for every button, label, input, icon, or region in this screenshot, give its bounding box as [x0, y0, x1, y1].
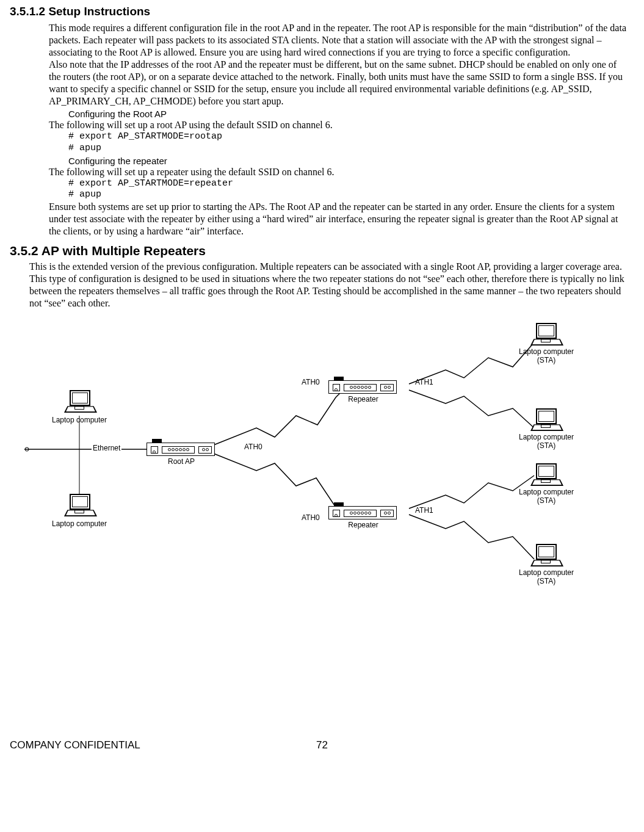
paragraph: This mode requires a different configura… — [49, 22, 628, 59]
repeater-icon — [328, 380, 397, 394]
ethernet-label: Ethernet — [92, 444, 121, 452]
paragraph: Ensure both systems are set up prior to … — [49, 201, 628, 237]
ath1-label: ATH1 — [415, 506, 433, 515]
code-block: # export AP_STARTMODE=rootap # apup — [68, 131, 634, 154]
paragraph: The following will set up a repeater usi… — [49, 166, 628, 178]
laptop-icon — [532, 544, 559, 567]
laptop-icon — [532, 463, 559, 487]
laptop-label: Laptop computer — [49, 519, 110, 528]
laptop-label: Laptop computer — [49, 416, 110, 424]
laptop-sta-label: Laptop computer (STA) — [513, 433, 580, 450]
page-footer: COMPANY CONFIDENTIAL 72 — [10, 739, 634, 751]
heading-multiple-repeaters: 3.5.2 AP with Multiple Repeaters — [10, 244, 634, 258]
page-number: 72 — [218, 739, 426, 751]
laptop-icon — [532, 323, 559, 346]
code-block: # export AP_STARTMODE=repeater # apup — [68, 178, 634, 201]
footer-confidential: COMPANY CONFIDENTIAL — [10, 739, 218, 751]
root-ap-label: Root AP — [160, 457, 203, 466]
laptop-sta-label: Laptop computer (STA) — [513, 488, 580, 505]
laptop-icon — [66, 494, 93, 517]
repeater-label: Repeater — [345, 395, 382, 403]
paragraph: Also note that the IP addresses of the r… — [49, 59, 628, 107]
ath0-label: ATH0 — [244, 443, 262, 451]
subheading-configure-repeater: Configuring the repeater — [68, 156, 634, 166]
laptop-icon — [66, 390, 93, 413]
ath0-label: ATH0 — [302, 378, 320, 386]
ath0-label: ATH0 — [302, 513, 320, 522]
laptop-icon — [532, 408, 559, 432]
root-ap-icon — [147, 443, 215, 456]
ath1-label: ATH1 — [415, 378, 433, 386]
subheading-configure-root-ap: Configuring the Root AP — [68, 109, 634, 119]
heading-setup-instructions: 3.5.1.2 Setup Instructions — [10, 5, 634, 18]
repeater-icon — [328, 506, 397, 519]
laptop-sta-label: Laptop computer (STA) — [513, 568, 580, 585]
paragraph: This is the extended version of the prev… — [29, 261, 628, 309]
network-diagram: Ethernet Laptop computer Laptop computer… — [24, 312, 610, 605]
repeater-label: Repeater — [345, 521, 382, 529]
paragraph: The following will set up a root AP usin… — [49, 119, 628, 131]
laptop-sta-label: Laptop computer (STA) — [513, 347, 580, 364]
